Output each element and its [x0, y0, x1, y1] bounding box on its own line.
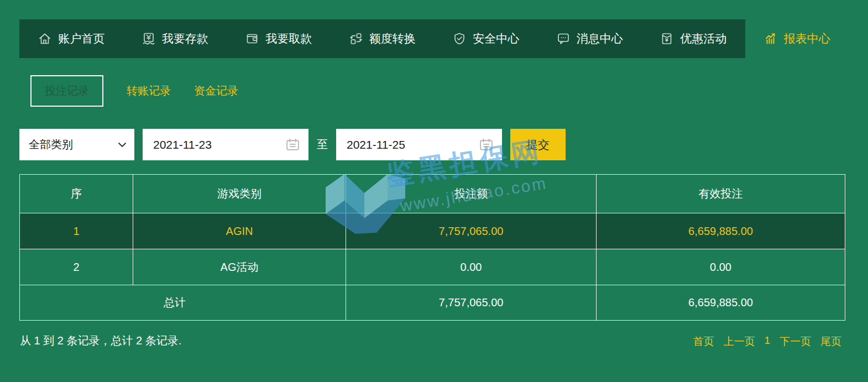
col-header-bet-amount: 投注额: [346, 175, 597, 213]
report-icon: [764, 32, 778, 46]
col-header-no: 序: [20, 175, 133, 213]
total-bet: 7,757,065.00: [346, 285, 597, 321]
nav-label: 我要存款: [162, 31, 208, 46]
promo-icon: [660, 32, 674, 46]
submit-button[interactable]: 提交: [510, 129, 566, 160]
nav-label: 账户首页: [58, 31, 104, 46]
pagination-prev[interactable]: 上一页: [723, 334, 755, 349]
tab-transfer-records[interactable]: 转账记录: [127, 83, 171, 98]
col-header-game-category: 游戏类别: [133, 175, 346, 213]
nav-label: 报表中心: [784, 31, 830, 46]
message-icon: [556, 32, 571, 46]
table-header-row: 序 游戏类别 投注额 有效投注: [20, 175, 845, 213]
record-tabs: 投注记录 转账记录 资金记录: [30, 75, 238, 107]
category-select-value: 全部类别: [29, 137, 73, 152]
calendar-icon[interactable]: [478, 137, 494, 152]
nav-item-account-home[interactable]: 账户首页: [19, 19, 123, 58]
nav-label: 消息中心: [577, 31, 623, 46]
tab-fund-records[interactable]: 资金记录: [194, 83, 238, 98]
to-label: 至: [317, 137, 328, 152]
withdraw-icon: [245, 32, 259, 46]
total-label: 总计: [20, 285, 346, 321]
nav-item-message-center[interactable]: 消息中心: [538, 19, 642, 58]
nav-item-withdraw[interactable]: 我要取款: [227, 19, 331, 58]
table-row[interactable]: 2 AG活动 0.00 0.00: [20, 249, 845, 285]
security-icon: [452, 32, 467, 46]
cell-no: 1: [20, 213, 133, 249]
bet-records-table: 序 游戏类别 投注额 有效投注 1 AGIN 7,757,065.00 6,65…: [19, 174, 845, 321]
cell-game: AGIN: [133, 213, 346, 249]
cell-no: 2: [20, 249, 133, 285]
date-to-value: 2021-11-25: [347, 138, 405, 151]
top-nav: 账户首页 我要存款 我要取款 额度转换 安全中心: [19, 19, 849, 58]
tab-bet-records[interactable]: 投注记录: [30, 75, 103, 107]
cell-valid: 0.00: [597, 249, 845, 285]
nav-item-report-center[interactable]: 报表中心: [745, 19, 849, 58]
category-select[interactable]: 全部类别: [19, 129, 134, 160]
deposit-icon: [142, 32, 156, 46]
pagination-last[interactable]: 尾页: [820, 334, 841, 349]
cell-bet: 0.00: [346, 249, 597, 285]
date-from-input[interactable]: 2021-11-23: [143, 129, 308, 160]
nav-item-deposit[interactable]: 我要存款: [123, 19, 227, 58]
nav-item-promotions[interactable]: 优惠活动: [641, 19, 745, 58]
filter-bar: 全部类别 2021-11-23 至 2021-11-25 提交: [19, 129, 566, 160]
pagination-next[interactable]: 下一页: [780, 334, 811, 349]
nav-item-quota-transfer[interactable]: 额度转换: [331, 19, 435, 58]
pagination: 首页 上一页 1 下一页 尾页: [693, 334, 841, 349]
col-header-valid-bet: 有效投注: [597, 175, 845, 213]
home-icon: [38, 32, 52, 46]
transfer-icon: [349, 32, 363, 46]
table-row[interactable]: 1 AGIN 7,757,065.00 6,659,885.00: [20, 213, 845, 249]
nav-item-security-center[interactable]: 安全中心: [434, 19, 538, 58]
chevron-down-icon: [118, 142, 127, 148]
total-valid: 6,659,885.00: [597, 285, 845, 321]
records-summary: 从 1 到 2 条记录，总计 2 条记录.: [20, 333, 181, 348]
pagination-first[interactable]: 首页: [693, 334, 714, 349]
date-to-input[interactable]: 2021-11-25: [336, 129, 502, 160]
pagination-page-1[interactable]: 1: [764, 334, 770, 349]
nav-label: 我要取款: [265, 31, 312, 46]
cell-bet: 7,757,065.00: [346, 213, 597, 249]
date-from-value: 2021-11-23: [153, 138, 212, 151]
nav-label: 额度转换: [369, 31, 416, 46]
cell-valid: 6,659,885.00: [597, 213, 845, 249]
nav-label: 优惠活动: [680, 31, 726, 46]
cell-game: AG活动: [133, 249, 346, 285]
calendar-icon[interactable]: [285, 137, 301, 152]
table-total-row: 总计 7,757,065.00 6,659,885.00: [20, 285, 845, 321]
nav-label: 安全中心: [473, 31, 519, 46]
